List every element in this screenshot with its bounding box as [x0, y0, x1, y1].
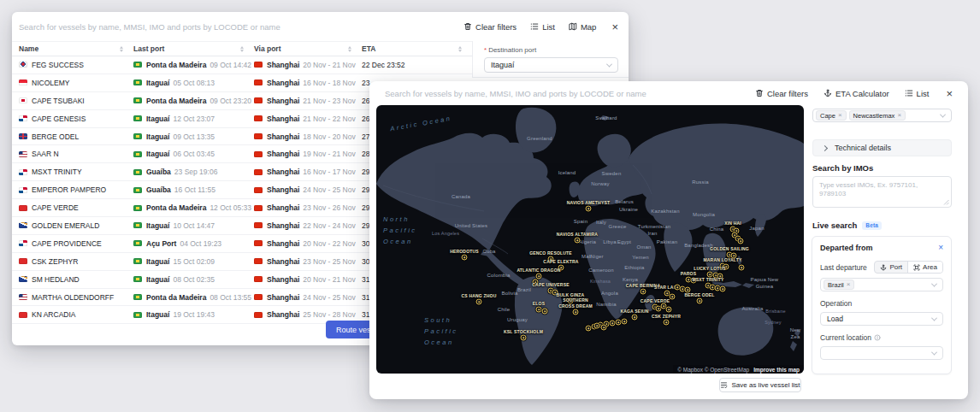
- imo-textarea[interactable]: Type vessel IMOs, Ex. 9757101, 9789103: [812, 176, 952, 208]
- column-header-last-port[interactable]: Last port: [133, 44, 254, 53]
- brazil-flag-icon: [133, 62, 142, 68]
- filter-tag[interactable]: Brazil×: [824, 280, 854, 290]
- vessel-marker[interactable]: [632, 315, 638, 321]
- brazil-flag-icon: [133, 187, 142, 193]
- vessel-marker[interactable]: [521, 335, 527, 341]
- vessel-marker[interactable]: [738, 238, 744, 244]
- vessel-marker[interactable]: [720, 286, 726, 292]
- last-port-cell: Ponta da Madeira12 Oct 05:33: [133, 203, 254, 212]
- via-port-name: Shanghai: [267, 150, 299, 158]
- save-live-vessel-list-button[interactable]: Save as live vessel list: [719, 378, 801, 392]
- vessel-marker[interactable]: [462, 255, 468, 261]
- improve-map-link[interactable]: Improve this map: [753, 367, 800, 373]
- sort-icon[interactable]: [348, 46, 351, 52]
- map-place-label: Russia: [692, 180, 709, 186]
- vessel-marker[interactable]: [536, 307, 542, 313]
- vessel-marker[interactable]: [739, 265, 745, 271]
- map-view-button[interactable]: Map: [569, 22, 596, 32]
- vessel-marker[interactable]: [666, 307, 672, 313]
- last-port-name: Itaguaí: [146, 115, 169, 123]
- vessel-marker[interactable]: [610, 321, 616, 327]
- search-input[interactable]: Search for vessels by name, MMSI, IMO an…: [385, 89, 646, 98]
- last-port-cell: Guaíba16 Oct 11:55: [133, 185, 254, 194]
- current-location-select[interactable]: [820, 346, 943, 360]
- via-port-name: Shanghai: [267, 97, 299, 105]
- operation-label: Operation: [820, 299, 943, 308]
- last-port-cell: Guaíba23 Sep 19:06: [133, 168, 254, 176]
- vessel-marker[interactable]: [616, 320, 622, 326]
- filter-tag[interactable]: Newcastlemax×: [849, 110, 906, 121]
- via-port-cell: Shanghai25 Nov - 28 Nov: [254, 310, 362, 319]
- china-flag-icon: [254, 97, 263, 103]
- filter-tag[interactable]: Cape×: [816, 110, 847, 121]
- remove-filter-icon[interactable]: ×: [938, 244, 943, 252]
- vessel-marker[interactable]: [573, 309, 579, 315]
- map-place-label: Ethiopia: [624, 265, 644, 272]
- sort-icon[interactable]: [458, 46, 462, 52]
- vessel-name: GOLDEN EMERALD: [32, 221, 99, 230]
- search-by-imos-heading: Search by IMOs: [812, 163, 873, 173]
- vessel-marker[interactable]: [622, 319, 628, 325]
- vessel-marker[interactable]: [575, 238, 581, 244]
- vessel-marker[interactable]: [601, 325, 607, 331]
- destination-port-select[interactable]: Itaguaí: [484, 57, 618, 73]
- column-header-eta[interactable]: ETA: [362, 44, 472, 53]
- clear-filters-button[interactable]: Clear filters: [463, 22, 517, 32]
- brazil-flag-icon: [133, 79, 142, 85]
- vessel-flag-icon: [19, 222, 27, 228]
- vessel-name-cell: CAPE PROVIDENCE: [19, 239, 133, 248]
- vessel-marker[interactable]: [586, 206, 592, 212]
- vessel-marker[interactable]: [664, 320, 670, 326]
- vessel-marker-label: MARAN LOYALTY: [703, 257, 741, 263]
- resize-handle-icon[interactable]: [943, 199, 949, 205]
- operation-select[interactable]: Load: [820, 312, 943, 326]
- map-toolbar: Clear filters ETA Calculator List ×: [755, 88, 954, 99]
- last-port-time: 09 Oct 13:35: [173, 132, 215, 141]
- last-port-name: Itaguaí: [146, 275, 169, 284]
- via-port-name: Shanghai: [267, 293, 299, 302]
- sort-icon[interactable]: [240, 46, 244, 52]
- vessel-marker-dot: [538, 309, 540, 311]
- toggle-port[interactable]: Port: [875, 262, 907, 273]
- last-port-time: 06 Oct 03:45: [173, 150, 215, 158]
- vessel-type-select[interactable]: Cape×Newcastlemax×: [812, 109, 952, 122]
- last-port-name: Ponta da Madeira: [146, 97, 206, 105]
- map-place-label: Cuba: [482, 249, 495, 256]
- list-view-button[interactable]: List: [905, 89, 930, 98]
- list-view-button[interactable]: List: [530, 22, 555, 32]
- last-port-time: 10 Oct 14:47: [173, 221, 215, 230]
- vessel-name: BERGE ODEL: [32, 132, 79, 141]
- toggle-area[interactable]: Area: [907, 262, 942, 273]
- world-map[interactable]: © Mapbox © OpenStreetMap Improve this ma…: [376, 105, 804, 374]
- vessel-marker[interactable]: [542, 309, 548, 315]
- china-flag-icon: [254, 222, 263, 228]
- vessel-search-bar[interactable]: Search for vessels by name, MMSI, IMO an…: [369, 81, 968, 105]
- vessel-marker[interactable]: [641, 289, 646, 295]
- close-icon[interactable]: ×: [610, 21, 620, 32]
- last-departure-select[interactable]: Brazil×: [820, 278, 943, 291]
- eta-calculator-button[interactable]: ETA Calculator: [824, 89, 889, 98]
- search-input[interactable]: Search for vessels by name, MMSI, IMO an…: [19, 22, 280, 32]
- column-header-name[interactable]: Name: [19, 44, 133, 53]
- map-place-label: Japan: [749, 226, 764, 232]
- vessel-search-bar[interactable]: Search for vessels by name, MMSI, IMO an…: [12, 12, 629, 41]
- vessel-marker[interactable]: [594, 323, 600, 329]
- vessel-marker[interactable]: [697, 298, 703, 304]
- table-row[interactable]: FEG SUCCESSPonta da Madeira09 Oct 14:42S…: [12, 56, 472, 74]
- via-port-name: Shanghai: [267, 275, 299, 284]
- vessel-marker-dot: [663, 305, 665, 308]
- vessel-marker[interactable]: [586, 326, 592, 332]
- column-header-via-port[interactable]: Via port: [254, 44, 362, 53]
- chevron-down-icon: [940, 111, 946, 117]
- clear-filters-button[interactable]: Clear filters: [755, 89, 808, 98]
- close-icon[interactable]: ×: [944, 88, 954, 99]
- sort-icon[interactable]: [120, 46, 123, 52]
- map-place-label: Los Angeles: [432, 231, 459, 237]
- map-place-label: Canada: [452, 194, 470, 201]
- brazil-flag-icon: [133, 115, 142, 121]
- via-port-name: Shanghai: [267, 310, 299, 319]
- map-place-label: United States: [455, 223, 488, 230]
- technical-details-expander[interactable]: Technical details: [812, 139, 952, 156]
- vessel-marker[interactable]: [476, 299, 482, 305]
- vessel-marker[interactable]: [536, 274, 542, 280]
